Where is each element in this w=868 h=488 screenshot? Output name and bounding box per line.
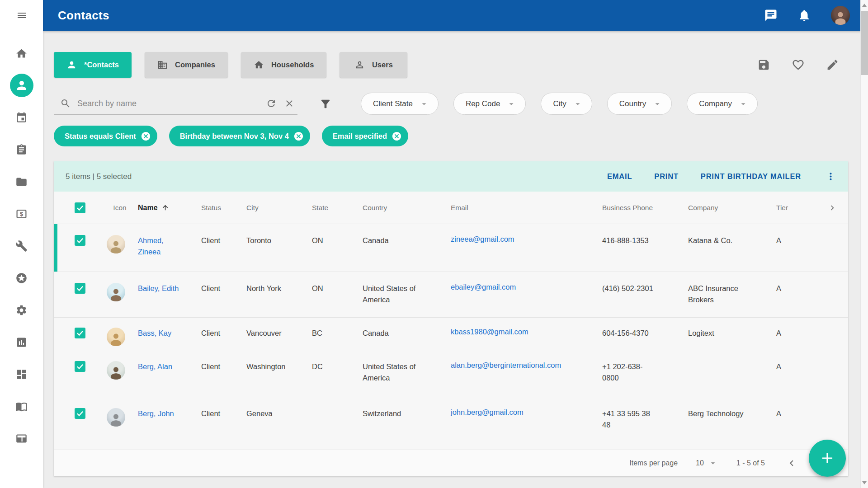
cell-country: United States of America (363, 350, 436, 384)
contact-name-link[interactable]: Bailey, Edith (138, 284, 179, 292)
sidebar-item-documents[interactable] (10, 170, 33, 193)
cell-business-phone: 604-156-4370 (602, 318, 656, 339)
print-birthday-mailer-action[interactable]: PRINT BIRTHDAY MAILER (701, 172, 801, 181)
row-checkbox[interactable] (75, 283, 85, 294)
more-columns-icon[interactable] (827, 203, 837, 213)
remove-chip-icon[interactable] (392, 131, 402, 141)
table-row[interactable]: Ahmed, Zineea Client Toronto ON Canada z… (54, 224, 848, 272)
print-action[interactable]: PRINT (654, 172, 679, 181)
column-header-city[interactable]: City (246, 204, 312, 212)
contact-email-link[interactable]: zineea@gmail.com (451, 235, 514, 243)
row-checkbox[interactable] (75, 408, 85, 419)
column-header-business-phone[interactable]: Business Phone (602, 204, 688, 212)
email-action[interactable]: EMAIL (607, 172, 632, 181)
user-avatar[interactable] (831, 6, 850, 25)
avatar-silhouette-icon (108, 365, 123, 380)
chip-label: Birthday between Nov 3, Nov 4 (180, 132, 289, 141)
sidebar-item-dashboard[interactable] (10, 362, 33, 386)
sidebar-item-directory[interactable] (10, 394, 33, 418)
column-header-email[interactable]: Email (451, 204, 602, 212)
filter-dropdown-company[interactable]: Company (687, 93, 758, 115)
sidebar-item-tools[interactable] (10, 234, 33, 258)
scrollbar-thumb[interactable] (861, 11, 868, 75)
filter-dropdown-country[interactable]: Country (607, 93, 672, 115)
contact-name-link[interactable]: Ahmed, Zineea (138, 236, 164, 256)
vertical-scrollbar[interactable] (860, 0, 868, 488)
chip-label: Email specified (333, 132, 387, 141)
column-header-state[interactable]: State (312, 204, 363, 212)
sidebar-item-calendar[interactable] (10, 106, 33, 129)
tab-contacts[interactable]: *Contacts (54, 52, 132, 78)
table-row[interactable]: Bailey, Edith Client North York ON Unite… (54, 272, 848, 318)
column-header-status[interactable]: Status (201, 204, 246, 212)
tab-label: Companies (175, 61, 215, 69)
cell-city: Washington (246, 350, 312, 372)
cell-state (312, 397, 363, 408)
tab-companies[interactable]: Companies (145, 52, 228, 78)
contact-avatar[interactable] (107, 328, 125, 346)
contact-avatar[interactable] (107, 283, 125, 301)
contact-avatar[interactable] (107, 235, 125, 253)
filter-dropdown-city[interactable]: City (541, 93, 592, 115)
column-header-country[interactable]: Country (363, 204, 451, 212)
sidebar-item-settings[interactable] (10, 298, 33, 322)
clear-search-icon[interactable] (284, 98, 295, 109)
contact-email-link[interactable]: john.berg@gmail.com (451, 408, 524, 416)
search-input[interactable] (77, 99, 259, 108)
menu-icon[interactable] (15, 10, 28, 21)
tab-users[interactable]: Users (340, 52, 407, 78)
more-options-icon[interactable] (825, 171, 836, 182)
add-contact-button[interactable] (809, 440, 846, 477)
cell-business-phone: +1 202-638-0800 (602, 350, 656, 384)
page-size-select[interactable]: 10 (696, 459, 717, 468)
gear-icon (15, 304, 28, 316)
row-checkbox[interactable] (75, 361, 85, 372)
sidebar-item-home[interactable] (10, 42, 33, 65)
contact-avatar[interactable] (107, 361, 125, 380)
filter-chip-email[interactable]: Email specified (322, 126, 408, 146)
row-checkbox[interactable] (75, 235, 85, 246)
sidebar-item-reports[interactable] (10, 330, 33, 354)
contact-email-link[interactable]: ebailey@gmail.com (451, 283, 516, 291)
sidebar-item-billing[interactable] (10, 202, 33, 225)
column-label: Name (138, 204, 158, 212)
scroll-up-icon[interactable] (862, 4, 867, 7)
table-row[interactable]: Bass, Kay Client Vancouver BC Canada kba… (54, 318, 848, 350)
heart-icon[interactable] (792, 58, 805, 71)
remove-chip-icon[interactable] (293, 131, 304, 141)
sidebar-item-contacts[interactable] (10, 74, 33, 97)
contact-name-link[interactable]: Berg, Alan (138, 362, 172, 371)
cell-business-phone: (416) 502-2301 (602, 272, 656, 294)
contact-avatar[interactable] (107, 408, 125, 427)
filter-chip-birthday[interactable]: Birthday between Nov 3, Nov 4 (169, 126, 310, 146)
notifications-icon[interactable] (797, 9, 811, 22)
filter-icon[interactable] (319, 98, 332, 110)
previous-page-icon[interactable] (786, 457, 797, 469)
row-checkbox[interactable] (75, 328, 85, 338)
chat-icon[interactable] (764, 9, 778, 22)
sidebar-item-favorites[interactable] (10, 266, 33, 290)
sidebar-item-tasks[interactable] (10, 138, 33, 161)
tab-households[interactable]: Households (241, 52, 326, 78)
table-row[interactable]: Berg, Alan Client Washington DC United S… (54, 350, 848, 397)
column-header-name[interactable]: Name (138, 204, 201, 212)
refresh-icon[interactable] (266, 98, 277, 109)
contact-name-link[interactable]: Bass, Kay (138, 329, 171, 337)
remove-chip-icon[interactable] (141, 131, 151, 141)
pencil-icon[interactable] (826, 58, 839, 71)
contact-name-link[interactable]: Berg, John (138, 409, 174, 418)
column-header-icon[interactable]: Icon (113, 204, 126, 212)
sidebar-item-accounts[interactable] (10, 427, 33, 450)
contact-email-link[interactable]: alan.berg@berginternational.com (451, 361, 561, 369)
clipboard-icon (15, 144, 28, 156)
scroll-down-icon[interactable] (862, 481, 867, 484)
filter-dropdown-client-state[interactable]: Client State (361, 93, 439, 115)
filter-chip-status[interactable]: Status equals Client (54, 126, 157, 146)
contact-email-link[interactable]: kbass1980@gmail.com (451, 328, 528, 336)
column-header-company[interactable]: Company (688, 204, 776, 212)
save-icon[interactable] (757, 58, 770, 71)
table-row[interactable]: Berg, John Client Geneva Switzerland joh… (54, 397, 848, 450)
filter-dropdown-rep-code[interactable]: Rep Code (453, 93, 526, 115)
select-all-checkbox[interactable] (75, 202, 85, 213)
column-header-tier[interactable]: Tier (776, 204, 816, 212)
